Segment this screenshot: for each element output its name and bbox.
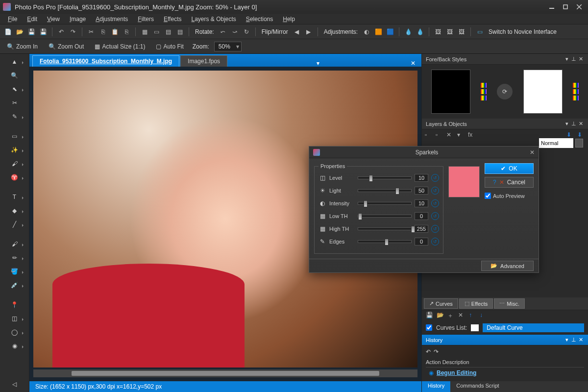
intensity-value[interactable]: 10 — [415, 199, 428, 207]
reset-icon[interactable]: ↺ — [431, 174, 439, 182]
edges-slider[interactable] — [358, 240, 412, 243]
menu-file[interactable]: File — [3, 15, 22, 24]
palette-icon[interactable] — [573, 96, 579, 100]
undo-icon[interactable]: ↶ — [56, 27, 66, 37]
reset-icon[interactable]: ↺ — [431, 212, 439, 220]
drop-icon[interactable]: 💧 — [403, 27, 413, 37]
eyedrop-tool[interactable]: 💉 — [8, 280, 22, 290]
palette-icon[interactable] — [573, 83, 579, 88]
blend-mode-select[interactable]: Normal — [539, 138, 573, 148]
reset-icon[interactable]: ↺ — [431, 225, 439, 233]
menu-image[interactable]: Image — [65, 15, 91, 24]
shape-tool[interactable]: ◆ — [8, 206, 22, 216]
bucket-tool[interactable]: 🪣 — [8, 267, 22, 276]
curve-down-icon[interactable]: ↓ — [480, 312, 488, 319]
palette-icon[interactable] — [481, 96, 487, 100]
curve-up-icon[interactable]: ↑ — [469, 312, 477, 319]
panel-pin-icon[interactable]: ⊥ — [570, 121, 577, 127]
drop2-icon[interactable]: 💧 — [415, 27, 425, 37]
saveas-icon[interactable]: 💾 — [38, 27, 48, 37]
panel-close-icon[interactable]: ✕ — [577, 56, 584, 62]
zoom-out-button[interactable]: 🔍Zoom Out — [45, 42, 88, 51]
close-button[interactable] — [573, 2, 585, 12]
adj-bw-icon[interactable]: ◐ — [362, 27, 371, 37]
layer-new-icon[interactable]: ▫ — [425, 131, 433, 139]
flip-h-icon[interactable]: ◀ — [292, 27, 302, 37]
curve-name[interactable]: Default Curve — [483, 323, 584, 332]
pencil-tool[interactable]: ✏ — [8, 253, 22, 263]
blend-dropdown-icon[interactable] — [575, 139, 583, 147]
panel-menu-icon[interactable]: ▾ — [564, 56, 570, 62]
palette-icon[interactable] — [573, 89, 579, 94]
actual-size-button[interactable]: ▦Actual Size (1:1) — [91, 42, 149, 51]
dialog-titlebar[interactable]: Sparkels ✕ — [309, 147, 539, 158]
level-value[interactable]: 10 — [415, 174, 428, 182]
curve-new-icon[interactable]: ＋ — [447, 312, 455, 319]
menu-help[interactable]: Help — [278, 15, 300, 24]
menu-view[interactable]: View — [42, 15, 65, 24]
cancel-button[interactable]: ?✕Cancel — [485, 177, 534, 188]
zoom-tool[interactable]: 🔍 — [8, 71, 22, 80]
zoom-in-button[interactable]: 🔍Zoom In — [3, 42, 42, 51]
paint-tool[interactable]: 🖌 — [8, 239, 22, 249]
horizontal-scrollbar[interactable] — [33, 369, 417, 377]
low th-slider[interactable] — [358, 215, 412, 218]
minimize-button[interactable] — [546, 2, 558, 12]
marquee-tool[interactable]: ▭ — [8, 131, 22, 141]
high th-slider[interactable] — [358, 227, 412, 230]
swap-colors-icon[interactable]: ⟳ — [497, 84, 513, 99]
rotate-right-icon[interactable]: ⤻ — [230, 27, 240, 37]
panel-menu-icon[interactable]: ▾ — [564, 337, 570, 343]
crop-tool[interactable]: ✂ — [8, 98, 22, 108]
tab-close-icon[interactable]: ✕ — [408, 60, 418, 67]
save-icon[interactable]: 💾 — [26, 27, 36, 37]
advanced-button[interactable]: 📂Advanced — [481, 261, 534, 271]
rotate-free-icon[interactable]: ↻ — [242, 27, 251, 37]
select-tool[interactable]: ⬉ — [8, 84, 22, 94]
flip-v-icon[interactable]: ▶ — [304, 27, 314, 37]
adj-color-icon[interactable]: 🟧 — [373, 27, 383, 37]
fx1-icon[interactable]: 🖼 — [433, 27, 443, 37]
history-redo-icon[interactable]: ↷ — [434, 348, 439, 355]
menu-filters[interactable]: Filters — [133, 15, 159, 24]
layer-del-icon[interactable]: ✕ — [446, 131, 454, 139]
reset-icon[interactable]: ↺ — [431, 187, 439, 195]
dialog-close-icon[interactable]: ✕ — [530, 149, 535, 156]
curves-list-checkbox[interactable] — [426, 324, 432, 331]
fx2-icon[interactable]: 🖼 — [445, 27, 455, 37]
arrow-tool[interactable]: ▲ — [8, 57, 22, 67]
panel-menu-icon[interactable]: ▾ — [564, 121, 570, 127]
panel-pin-icon[interactable]: ⊥ — [570, 337, 577, 343]
new-icon[interactable]: 📄 — [3, 27, 13, 37]
curve-open-icon[interactable]: 📂 — [437, 312, 444, 319]
autofit-button[interactable]: ▢Auto Fit — [152, 42, 187, 51]
tabs-menu-icon[interactable]: ▾ — [314, 60, 322, 67]
reset-icon[interactable]: ↺ — [431, 199, 439, 207]
tab-history[interactable]: History — [422, 381, 450, 392]
tab-misc[interactable]: ⋯Misc. — [494, 298, 525, 309]
light-slider[interactable] — [358, 189, 412, 192]
zoom-dropdown[interactable]: 50% — [214, 42, 242, 51]
maximize-button[interactable] — [560, 2, 571, 12]
curve-del-icon[interactable]: ✕ — [458, 312, 466, 319]
copy-icon[interactable]: ⎘ — [98, 27, 108, 37]
history-item[interactable]: ◉ Begun Editing — [426, 368, 584, 378]
panel-pin-icon[interactable]: ⊥ — [570, 56, 577, 62]
ok-button[interactable]: ✔OK — [485, 163, 534, 174]
tab-active[interactable]: Fotolia_95319600_Subscription_Monthly_M.… — [32, 55, 179, 67]
layer-dup-icon[interactable]: ▫ — [436, 131, 443, 139]
collapse-tool[interactable]: ◁ — [8, 379, 22, 389]
novice-icon[interactable]: ▭ — [475, 27, 485, 37]
high th-value[interactable]: 255 — [415, 225, 428, 233]
line-tool[interactable]: ╱ — [8, 220, 22, 229]
adj-hue-icon[interactable]: 🟦 — [385, 27, 395, 37]
eraser-tool[interactable]: ◫ — [8, 314, 22, 323]
brush-tool[interactable]: 🖌 — [8, 159, 22, 169]
canvas-icon[interactable]: ▤ — [175, 27, 185, 37]
borders-icon[interactable]: ▤ — [163, 27, 173, 37]
wand-tool[interactable]: ✨ — [8, 145, 22, 155]
curve-save-icon[interactable]: 💾 — [426, 312, 434, 319]
tab-effects[interactable]: ⬚Effects — [459, 298, 493, 309]
fx3-icon[interactable]: 🖼 — [457, 27, 466, 37]
layer-fx-icon[interactable]: fx — [468, 131, 476, 139]
